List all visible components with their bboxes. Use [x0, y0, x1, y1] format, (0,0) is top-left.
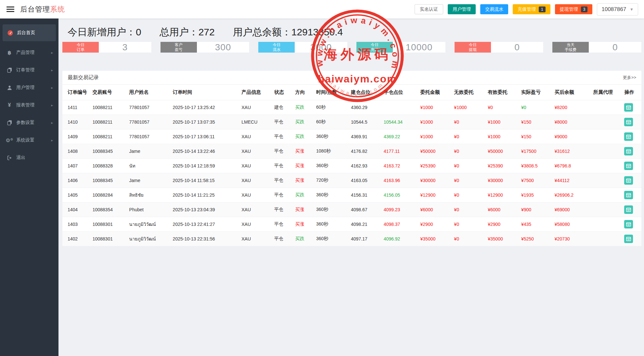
order-detail-icon — [626, 178, 631, 183]
cell-balance: ¥31612 — [553, 144, 592, 159]
cell-action — [623, 144, 641, 159]
cell-direction: 买涨 — [294, 159, 315, 173]
order-detail-icon — [626, 149, 631, 153]
more-link[interactable]: 更多>> — [623, 75, 636, 80]
sidebar-item-logout[interactable]: 退出 — [0, 149, 58, 166]
sidebar-item-orders[interactable]: 订单管理▸ — [0, 61, 58, 79]
row-action-button[interactable] — [624, 235, 633, 243]
app-title: 后台管理系统 — [20, 5, 65, 14]
cell-duration: 60秒 — [315, 115, 350, 129]
cell-direction: 买涨 — [294, 217, 315, 232]
column-header-invalid: 无效委托 — [453, 85, 486, 100]
cell-close: 4177.11 — [382, 144, 419, 159]
header-button-outline[interactable]: 实名认证 — [415, 4, 443, 14]
sidebar-item-user[interactable]: 用户管理▸ — [0, 79, 58, 96]
cell-status: 平仓 — [273, 129, 294, 144]
row-action-button[interactable] — [624, 132, 633, 141]
hamburger-menu-icon[interactable] — [6, 5, 14, 13]
column-header-valid: 有效委托 — [486, 85, 520, 100]
chevron-down-icon: ▼ — [630, 7, 634, 12]
cell-status: 平仓 — [273, 232, 294, 246]
cell-agent — [592, 115, 623, 129]
sidebar-item-bitcoin[interactable]: ฿产品管理▸ — [0, 44, 58, 61]
cell-close: 4163.72 — [382, 159, 419, 173]
stat-total-balance-value: 12913350.4 — [291, 27, 343, 37]
row-action-button[interactable] — [624, 176, 633, 185]
header-button-orange[interactable]: 提现管理3 — [555, 4, 593, 14]
stat-card: 当天 手续费0 — [552, 42, 641, 53]
table-row: 141110088211778010572025-10-17 13:25:42X… — [62, 100, 641, 115]
notification-badge: 3 — [581, 6, 588, 12]
app-title-red: 系统 — [50, 5, 65, 13]
chevron-right-icon: ▸ — [51, 51, 53, 55]
column-header-account: 交易账号 — [91, 85, 128, 100]
sidebar-item-params[interactable]: 参数设置▸ — [0, 114, 58, 131]
cell-valid: ¥0 — [486, 100, 520, 115]
cell-account: 10088301 — [91, 217, 128, 232]
cell-action — [623, 203, 641, 217]
header-button-blue[interactable]: 交易流水 — [480, 4, 508, 14]
column-header-action: 操作 — [623, 85, 641, 100]
stat-total-balance-label: 用户总余额： — [233, 27, 291, 37]
row-action-button[interactable] — [624, 220, 633, 228]
cell-balance: ¥44112 — [553, 173, 592, 188]
column-header-direction: 方向 — [294, 85, 315, 100]
cell-valid: ¥25390 — [486, 159, 520, 173]
cell-name: Jame — [128, 144, 172, 159]
sidebar-item-label: 订单管理 — [16, 67, 34, 73]
cell-duration: 360秒 — [315, 188, 350, 203]
cell-amount: ¥25390 — [419, 159, 453, 173]
cell-profit: ¥3808.5 — [520, 159, 553, 173]
cell-amount: ¥1000 — [419, 129, 453, 144]
cell-balance: ¥26906.2 — [553, 188, 592, 203]
cell-open: 10544.5 — [350, 115, 382, 129]
cell-status: 平仓 — [273, 144, 294, 159]
stat-new-users-value: 0 — [136, 27, 141, 37]
cell-id: 1406 — [62, 173, 91, 188]
row-action-button[interactable] — [624, 162, 633, 170]
cell-profit: ¥7500 — [520, 173, 553, 188]
column-header-open: 建仓点位 — [350, 85, 382, 100]
main-content: 今日新增用户：0 总用户：272 用户总余额：12913350.4 今日 订单3… — [58, 18, 644, 356]
cell-direction: 买跌 — [294, 188, 315, 203]
account-dropdown[interactable]: 10087867 ▼ — [597, 3, 638, 16]
cell-valid: ¥12900 — [486, 188, 520, 203]
stat-card-label: 客户 盈亏 — [161, 42, 197, 53]
cell-id: 1404 — [62, 203, 91, 217]
cell-agent — [592, 129, 623, 144]
header-button-yellow[interactable]: 充值管理1 — [513, 4, 550, 14]
cell-close: 4156.05 — [382, 188, 419, 203]
stat-total-users-value: 272 — [199, 27, 215, 37]
cell-time: 2025-10-17 13:06:11 — [172, 129, 240, 144]
row-action-button[interactable] — [624, 191, 633, 199]
row-action-button[interactable] — [624, 205, 633, 214]
header-button-green[interactable]: 用户管理 — [448, 4, 476, 14]
cell-id: 1410 — [62, 115, 91, 129]
cell-id: 1403 — [62, 217, 91, 232]
sidebar-item-home[interactable]: 后台首页 — [3, 24, 56, 41]
stat-card: 今日 充值10000 — [356, 42, 445, 53]
sidebar-item-gears[interactable]: ⚙⚙系统设置▸ — [0, 131, 58, 149]
cell-profit: ¥900 — [520, 203, 553, 217]
cell-valid: ¥1000 — [486, 129, 520, 144]
cell-time: 2025-10-14 11:21:25 — [172, 188, 240, 203]
cell-close: 4099.23 — [382, 203, 419, 217]
dashboard-icon — [6, 30, 14, 36]
row-action-button[interactable] — [624, 118, 633, 126]
cell-agent — [592, 173, 623, 188]
row-action-button[interactable] — [624, 147, 633, 155]
table-header-row: 订单编号交易账号用户姓名订单时间产品信息状态方向时间/点数建仓点位平仓点位委托金… — [62, 85, 641, 100]
sidebar-item-yen[interactable]: ¥报表管理▸ — [0, 96, 58, 114]
row-action-button[interactable] — [624, 103, 633, 112]
cell-invalid: ¥0 — [453, 217, 486, 232]
cell-name: นายภูมิวิวัฒน์ — [128, 232, 172, 246]
cell-time: 2025-10-17 13:25:42 — [172, 100, 240, 115]
header-button-label: 用户管理 — [453, 6, 471, 12]
user-icon — [6, 85, 13, 90]
cell-open: 4098.21 — [350, 217, 382, 232]
cell-action — [623, 100, 641, 115]
chevron-right-icon: ▸ — [51, 103, 53, 107]
cell-time: 2025-10-13 23:04:39 — [172, 203, 240, 217]
stat-total-users: 总用户：272 — [160, 26, 215, 39]
stat-card: 今日 订单3 — [62, 42, 151, 53]
